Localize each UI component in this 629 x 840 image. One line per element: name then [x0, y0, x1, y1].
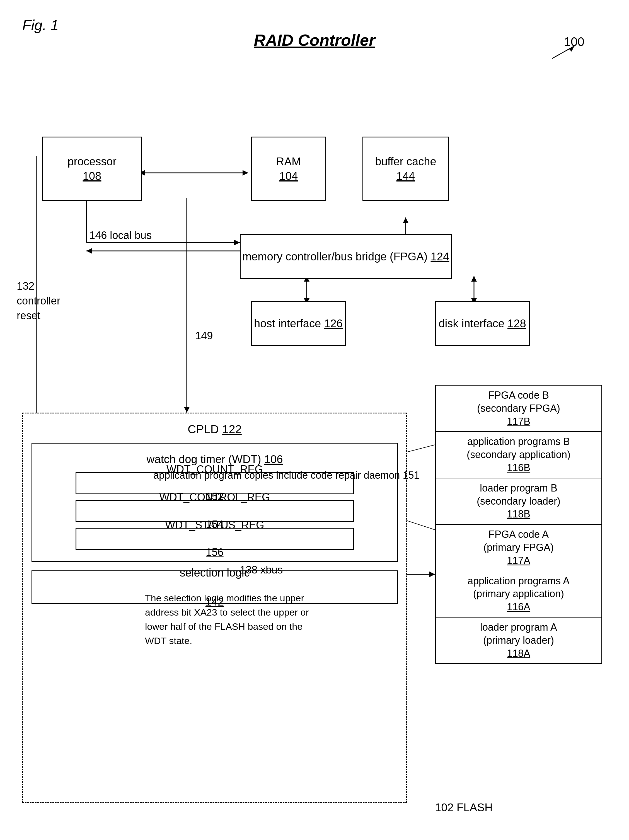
buffer-cache-ref: 144	[397, 169, 415, 183]
cpld-label: CPLD	[188, 423, 219, 436]
processor-label: processor	[68, 154, 117, 169]
flash-row-fpga-a: FPGA code A(primary FPGA) 117A	[436, 525, 601, 571]
flash-row-loader-b: loader program B(secondary loader) 118B	[436, 478, 601, 525]
flash-label: 102 FLASH	[435, 800, 493, 815]
xbus-label: 138 xbus	[240, 563, 283, 577]
flash-row-loader-a: loader program A(primary loader) 118A	[436, 617, 601, 663]
label-149: 149	[195, 329, 213, 343]
processor-ref: 108	[83, 169, 101, 183]
ram-box: RAM 104	[251, 137, 326, 201]
ram-ref: 104	[280, 169, 298, 183]
flash-row-fpga-b: FPGA code B(secondary FPGA) 117B	[436, 385, 601, 432]
svg-marker-18	[471, 276, 477, 281]
flash-section: FPGA code B(secondary FPGA) 117B applica…	[435, 385, 602, 664]
svg-marker-22	[184, 407, 190, 413]
svg-marker-7	[403, 218, 408, 223]
flash-row-app-b: application programs B(secondary applica…	[436, 432, 601, 478]
svg-marker-25	[429, 572, 435, 577]
flash-row-app-a: application programs A(primary applicati…	[436, 571, 601, 617]
controller-reset-label: 132 controller reset	[17, 279, 60, 324]
mem-ctrl-box: memory controller/bus bridge (FPGA) 124	[240, 234, 452, 279]
page-title: RAID Controller	[254, 31, 375, 49]
selection-desc-label: The selection logic modifies the upper a…	[145, 591, 312, 648]
app-copies-label: application program copies include code …	[153, 468, 420, 482]
wdt-box: watch dog timer (WDT) 106 WDT_COUNT_REG …	[32, 443, 398, 562]
wdt-control-label: WDT_CONTROL_REG	[160, 490, 270, 504]
host-interface-box: host interface 126	[251, 301, 346, 346]
disk-interface-label: disk interface 128	[439, 316, 526, 331]
disk-interface-box: disk interface 128	[435, 301, 530, 346]
wdt-status-label: WDT_STATUS_REG	[165, 518, 264, 532]
wdt-status-reg-box: WDT_STATUS_REG 156	[76, 528, 354, 550]
processor-box: processor 108	[42, 137, 142, 201]
buffer-cache-box: buffer cache 144	[362, 137, 449, 201]
buffer-cache-label: buffer cache	[375, 154, 436, 169]
ram-label: RAM	[276, 154, 301, 169]
ref-100: 100	[564, 35, 585, 49]
local-bus-label: 146 local bus	[89, 229, 152, 242]
svg-marker-3	[243, 170, 248, 176]
wdt-ref: 106	[264, 453, 283, 465]
svg-marker-12	[87, 248, 92, 254]
selection-logic-label: selection logic	[180, 565, 250, 580]
host-interface-label: host interface 126	[254, 316, 343, 331]
cpld-ref: 122	[222, 423, 242, 436]
fig-label: Fig. 1	[22, 17, 58, 33]
mem-ctrl-label: memory controller/bus bridge (FPGA) 124	[242, 249, 449, 264]
svg-marker-10	[234, 240, 240, 245]
